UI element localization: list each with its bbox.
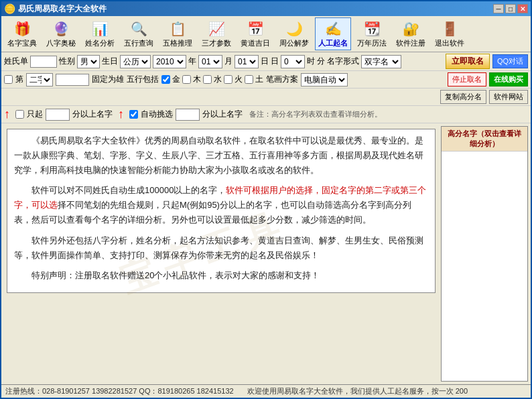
main-content: 宝 字 工 具 《易氏周易取名字大全软件》优秀的周易自动取名软件，在取名软件中可… bbox=[1, 123, 531, 384]
right-panel-header: 高分名字（双击查看详细分析） bbox=[442, 127, 527, 152]
highlight-text: 软件可根据用户的选择，固定名字的第二字或第三个字，可以选 bbox=[14, 185, 426, 210]
main-window: 🪙 易氏周易取名字大全软件 ─ □ ✕ 🎁 名字宝典 🔮 八字奥秘 📊 姓名分析… bbox=[0, 0, 532, 399]
settings-row2: 第 二字三字 固定为雄 五行包括 金 木 水 火 土 笔画方案 电脑自动 停止取… bbox=[1, 71, 531, 89]
toolbar-label-tuichu: 退出软件 bbox=[435, 38, 464, 48]
bidian-select[interactable]: 电脑自动 bbox=[301, 73, 348, 87]
search-icon: 🔍 bbox=[128, 19, 149, 38]
gudi-input[interactable] bbox=[56, 74, 89, 86]
tu-label: 土 bbox=[255, 74, 263, 85]
toolbar-btn-sancai[interactable]: 📈 三才参数 bbox=[198, 17, 235, 50]
title-controls: ─ □ ✕ bbox=[493, 4, 528, 13]
only-label: 只起 bbox=[27, 109, 43, 120]
welcome-text: 欢迎使用周易取名字大全软件，我们提供人工起名服务，按一次 200 bbox=[247, 386, 468, 396]
ri-label: 日 bbox=[261, 56, 269, 67]
year-select[interactable]: 2010 bbox=[153, 55, 186, 68]
xingshi-label: 姓氏单 bbox=[4, 56, 28, 67]
calendar-icon: 📅 bbox=[245, 19, 266, 38]
fen-label: 分 bbox=[317, 56, 325, 67]
toolbar-btn-renqi[interactable]: ✍️ 人工起名 bbox=[315, 17, 351, 50]
five-elements: 金 木 水 火 土 bbox=[161, 74, 263, 85]
zixing-label: 名字形式 bbox=[327, 56, 359, 67]
toolbar-btn-wannian[interactable]: 📆 万年历法 bbox=[354, 17, 390, 50]
auto-suffix: 分以上名字 bbox=[202, 109, 243, 120]
shengri-label: 生日 bbox=[102, 56, 118, 67]
toolbar-btn-zhuce[interactable]: 🔐 软件注册 bbox=[393, 17, 429, 50]
month-select[interactable]: 010203040506070809101112 bbox=[198, 55, 222, 68]
toolbar-btn-mingzibao[interactable]: 🎁 名字宝典 bbox=[4, 17, 40, 50]
toolbar-btn-xingming[interactable]: 📊 姓名分析 bbox=[82, 17, 118, 50]
qq-button[interactable]: QQ对话 bbox=[492, 54, 528, 68]
time-select[interactable]: 0123456789101112 bbox=[281, 55, 305, 68]
mu-checkbox[interactable] bbox=[182, 75, 191, 84]
window-title: 易氏周易取名字大全软件 bbox=[18, 3, 493, 15]
score-input[interactable]: 90 bbox=[46, 109, 70, 121]
main-text-area[interactable]: 宝 字 工 具 《易氏周易取名字大全软件》优秀的周易自动取名软件，在取名软件中可… bbox=[7, 129, 436, 293]
web-button[interactable]: 软件网站 bbox=[489, 90, 528, 104]
clipboard-icon: 📋 bbox=[167, 19, 188, 38]
toolbar-btn-wuge[interactable]: 📋 五格推理 bbox=[159, 17, 196, 50]
zixing-select[interactable]: 双字名单字名 bbox=[361, 55, 401, 68]
toolbar-label-sancai: 三才参数 bbox=[202, 38, 231, 48]
jin-checkbox[interactable] bbox=[161, 75, 170, 84]
xingbie-select[interactable]: 男女 bbox=[77, 55, 100, 68]
auto-score-input[interactable]: 90 bbox=[176, 109, 200, 121]
yue-label: 月 bbox=[224, 56, 232, 67]
only-score-checkbox[interactable] bbox=[15, 110, 24, 119]
copy-button[interactable]: 复制高分名 bbox=[440, 90, 486, 104]
xingshi-input[interactable] bbox=[30, 56, 57, 68]
lock-icon: 🔐 bbox=[400, 19, 421, 38]
xingbie-label: 性别 bbox=[59, 56, 75, 67]
toolbar-label-mingzibao: 名字宝典 bbox=[7, 38, 37, 48]
settings-row3: ↑ 只起 90 分以上名字 ↑ 自动挑选 90 分以上名字 备注：高分名字列表双… bbox=[1, 106, 531, 123]
main-para3: 软件另外还包括八字分析，姓名分析，起名方法知识参考、黄道吉日查询、解梦、生男生女… bbox=[14, 233, 428, 263]
arrow-group1: ↑ bbox=[4, 107, 10, 121]
close-button[interactable]: ✕ bbox=[517, 4, 528, 13]
settings-row1: 姓氏单 性别 男女 生日 公历农历 2010 年 010203040506070… bbox=[1, 52, 531, 71]
toolbar: 🎁 名字宝典 🔮 八字奥秘 📊 姓名分析 🔍 五行查询 📋 五格推理 📈 三才参… bbox=[1, 16, 531, 52]
up-arrow-icon1: ↑ bbox=[4, 107, 10, 121]
day-select[interactable]: 0102030405060708091011121314151617181920… bbox=[235, 55, 259, 68]
toolbar-btn-tuichu[interactable]: 🚪 退出软件 bbox=[431, 17, 468, 50]
toolbar-label-wannian: 万年历法 bbox=[357, 38, 387, 48]
toolbar-label-zhuce: 软件注册 bbox=[396, 38, 425, 48]
dizi-select[interactable]: 二字三字 bbox=[26, 73, 53, 87]
toolbar-label-renqi: 人工起名 bbox=[318, 38, 348, 48]
shengri-select[interactable]: 公历农历 bbox=[120, 55, 151, 68]
stop-button[interactable]: 停止取名 bbox=[448, 72, 486, 87]
toolbar-btn-bazi[interactable]: 🔮 八字奥秘 bbox=[43, 17, 79, 50]
autofilter-label: 自动挑选 bbox=[141, 109, 173, 120]
toolbar-label-wuge: 五格推理 bbox=[163, 38, 192, 48]
right-panel-body[interactable] bbox=[442, 152, 527, 381]
moon-icon: 🌙 bbox=[283, 19, 305, 38]
jin-label: 金 bbox=[172, 74, 180, 85]
huo-label: 火 bbox=[235, 74, 243, 85]
toolbar-btn-huangdao[interactable]: 📅 黄道吉日 bbox=[237, 17, 273, 50]
gudi-label: 固定为雄 bbox=[92, 74, 124, 85]
row1-right: 立即取名 QQ对话 bbox=[446, 54, 528, 69]
toolbar-btn-wuxing[interactable]: 🔍 五行查询 bbox=[121, 17, 157, 50]
chart-icon: 📊 bbox=[89, 19, 111, 38]
huo-checkbox[interactable] bbox=[224, 75, 232, 84]
liji-button[interactable]: 立即取名 bbox=[446, 54, 490, 69]
gift-icon: 🎁 bbox=[11, 19, 33, 38]
main-para2: 软件可以对不同姓氏自动生成100000以上的名字，软件可根据用户的选择，固定名字… bbox=[14, 183, 428, 227]
right-panel: 高分名字（双击查看详细分析） bbox=[441, 126, 528, 382]
maximize-button[interactable]: □ bbox=[505, 4, 516, 13]
shui-checkbox[interactable] bbox=[203, 75, 212, 84]
minimize-button[interactable]: ─ bbox=[493, 4, 504, 13]
main-para4: 特别声明：注册取名软件赠送20个小礼品软件，表示对大家的感谢和支持！ bbox=[14, 268, 428, 283]
text-wrapper: 宝 字 工 具 《易氏周易取名字大全软件》优秀的周易自动取名软件，在取名软件中可… bbox=[4, 126, 438, 382]
tu-checkbox[interactable] bbox=[245, 75, 253, 84]
dizi-checkbox[interactable] bbox=[4, 75, 13, 84]
toolbar-btn-zhoubai[interactable]: 🌙 周公解梦 bbox=[276, 17, 312, 50]
up-arrow-icon2: ↑ bbox=[118, 107, 124, 121]
note-label: 备注：高分名字列表双击查看详细分析。 bbox=[249, 109, 382, 119]
autofilter-checkbox[interactable] bbox=[129, 110, 138, 119]
buy-button[interactable]: 在线购买 bbox=[489, 72, 528, 87]
title-bar: 🪙 易氏周易取名字大全软件 ─ □ ✕ bbox=[1, 1, 531, 16]
graph-icon: 📈 bbox=[206, 19, 227, 38]
hotline-text: 注册热线：028-81901257 13982281527 QQ：8191802… bbox=[5, 386, 234, 396]
write-icon: ✍️ bbox=[322, 19, 344, 38]
shi-label: 时 bbox=[307, 56, 315, 67]
status-bar: 注册热线：028-81901257 13982281527 QQ：8191802… bbox=[1, 384, 531, 398]
